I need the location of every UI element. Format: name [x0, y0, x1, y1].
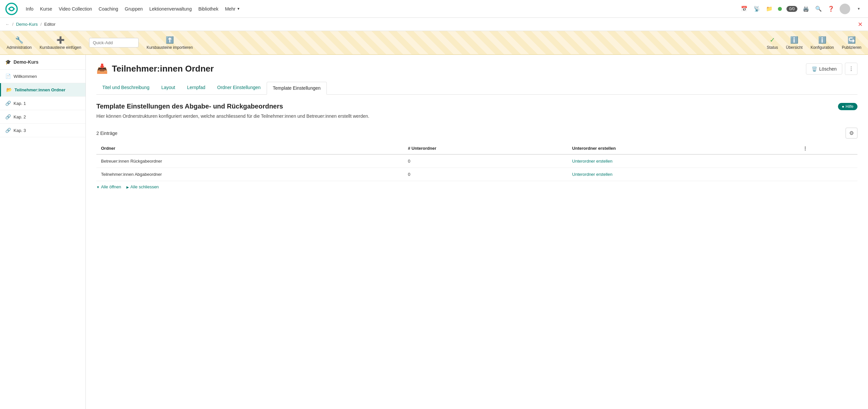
cell-more [798, 168, 858, 181]
page-header: 📥 Teilnehmer:innen Ordner 🗑️ Löschen ⋮ [96, 63, 858, 75]
collapse-all-link[interactable]: Alle schliessen [126, 184, 159, 189]
description-text: Hier können Ordnerstrukturen konfigurier… [96, 113, 858, 120]
avatar[interactable] [840, 4, 850, 14]
create-subordner-link[interactable]: Unterordner erstellen [572, 159, 613, 164]
header-actions: 🗑️ Löschen ⋮ [806, 63, 858, 75]
cell-more [798, 155, 858, 168]
check-icon: ✓ [770, 36, 775, 44]
folder-open-icon: 📂 [6, 87, 12, 92]
calendar-icon[interactable]: 📅 [740, 5, 748, 13]
tab-template-settings[interactable]: Template Einstellungen [267, 82, 327, 95]
nav-mehr[interactable]: Mehr ▼ [225, 6, 240, 11]
nav-info[interactable]: Info [26, 6, 33, 11]
help-label: Hilfe [845, 104, 854, 109]
table-settings-button[interactable]: ⚙ [845, 128, 858, 139]
col-more: ⋮ [798, 142, 858, 155]
collapse-all-label: Alle schliessen [130, 184, 159, 189]
delete-label: Löschen [819, 66, 837, 72]
config-icon: ℹ️ [818, 36, 827, 44]
tab-ordner-settings[interactable]: Ordner Einstellungen [211, 81, 267, 94]
more-options-button[interactable]: ⋮ [845, 63, 858, 75]
counter-badge: 0/0 [786, 6, 797, 12]
toolbar-add-label: Kursbausteine einfügen [40, 45, 81, 50]
info-circle-icon: ℹ️ [790, 36, 798, 44]
toolbar-admin[interactable]: 🔧 Administration [7, 36, 32, 50]
breadcrumb-course[interactable]: Demo-Kurs [16, 22, 38, 27]
toolbar-overview[interactable]: ℹ️ Übersicht [786, 36, 803, 50]
nav-lektionenverwaltung[interactable]: Lektionenverwaltung [150, 6, 192, 11]
nav-right: 📅 📡 📁 0/0 🖨️ 🔍 ❓ ▼ [740, 4, 863, 14]
main-content: 📥 Teilnehmer:innen Ordner 🗑️ Löschen ⋮ T… [86, 55, 868, 409]
sidebar-item-kap3[interactable]: 🔗 Kap. 3 [0, 124, 86, 137]
cell-ordner: Teilnehmer:innen Abgabeordner [96, 168, 403, 181]
help-button[interactable]: ● Hilfe [838, 103, 858, 110]
breadcrumb-editor: Editor [44, 22, 56, 27]
toolbar-add[interactable]: ➕ Kursbausteine einfügen [40, 36, 81, 50]
nav-gruppen[interactable]: Gruppen [125, 6, 143, 11]
tab-lernpfad[interactable]: Lernpfad [181, 81, 211, 94]
cell-action: Unterordner erstellen [568, 155, 798, 168]
section-header: Template Einstellungen des Abgabe- und R… [96, 103, 858, 110]
table-row: Betreuer:innen Rückgabeordner 0 Unterord… [96, 155, 858, 168]
toolbar-status[interactable]: ✓ Status [767, 36, 778, 50]
toolbar-publish-label: Publizieren [842, 45, 861, 50]
cell-unterordner: 0 [403, 168, 568, 181]
entries-count: 2 Einträge [96, 131, 118, 136]
help-icon[interactable]: ❓ [827, 5, 835, 13]
expand-all-link[interactable]: Alle öffnen [96, 184, 121, 189]
create-subordner-link[interactable]: Unterordner erstellen [572, 172, 613, 177]
tab-titel[interactable]: Titel und Beschreibung [96, 81, 155, 94]
nav-bibliothek[interactable]: Bibliothek [198, 6, 218, 11]
table-footer: Alle öffnen Alle schliessen [96, 184, 858, 189]
col-action: Unterordner erstellen [568, 142, 798, 155]
toolbar-overview-label: Übersicht [786, 45, 803, 50]
sidebar-item-willkommen[interactable]: 📄 Willkommen [0, 70, 86, 83]
quick-add-input[interactable] [89, 38, 138, 47]
nav-coaching[interactable]: Coaching [99, 6, 118, 11]
sidebar-course-name: Demo-Kurs [13, 59, 38, 65]
sidebar-item-kap1[interactable]: 🔗 Kap. 1 [0, 97, 86, 110]
rss-icon[interactable]: 📡 [753, 5, 761, 13]
link-icon: 🔗 [5, 101, 11, 106]
nav-video-collection[interactable]: Video Collection [59, 6, 92, 11]
section-title: Template Einstellungen des Abgabe- und R… [96, 103, 283, 110]
tabs: Titel und Beschreibung Layout Lernpfad O… [96, 81, 858, 95]
print-icon[interactable]: 🖨️ [802, 5, 810, 13]
toolbar-config[interactable]: ℹ️ Konfiguration [811, 36, 834, 50]
col-unterordner: # Unterordner [403, 142, 568, 155]
status-dot [778, 7, 782, 11]
data-table: Ordner # Unterordner Unterordner erstell… [96, 142, 858, 181]
import-icon: ⬆️ [166, 36, 174, 44]
delete-button[interactable]: 🗑️ Löschen [806, 63, 842, 74]
toolbar-admin-label: Administration [7, 45, 32, 50]
cell-action: Unterordner erstellen [568, 168, 798, 181]
account-chevron-icon[interactable]: ▼ [855, 5, 863, 13]
search-icon[interactable]: 🔍 [814, 5, 823, 13]
sidebar-item-kap2[interactable]: 🔗 Kap. 2 [0, 110, 86, 124]
logo-icon[interactable] [5, 3, 18, 15]
toolbar-config-label: Konfiguration [811, 45, 834, 50]
trash-icon: 🗑️ [812, 66, 817, 72]
back-arrow-icon[interactable]: ← [5, 22, 9, 27]
toolbar-status-label: Status [767, 45, 778, 50]
breadcrumb-bar: ← / Demo-Kurs / Editor ✕ [0, 18, 868, 31]
folder-icon[interactable]: 📁 [765, 5, 773, 13]
document-icon: 📄 [5, 74, 11, 79]
cell-unterordner: 0 [403, 155, 568, 168]
toolbar-import-label: Kursbausteine importieren [147, 45, 193, 50]
nav-kurse[interactable]: Kurse [40, 6, 52, 11]
close-icon[interactable]: ✕ [858, 21, 863, 28]
toolbar-import[interactable]: ⬆️ Kursbausteine importieren [147, 36, 193, 50]
link-icon: 🔗 [5, 114, 11, 120]
sidebar-item-tn-ordner[interactable]: 📂 Teilnehmer:innen Ordner [0, 83, 86, 97]
expand-all-label: Alle öffnen [101, 184, 121, 189]
publish-icon: ↪️ [847, 36, 856, 44]
tab-layout[interactable]: Layout [155, 81, 181, 94]
sidebar-item-label: Willkommen [13, 74, 37, 79]
page-title-text: Teilnehmer:innen Ordner [112, 64, 214, 74]
sidebar: 🎓 Demo-Kurs 📄 Willkommen 📂 Teilnehmer:in… [0, 55, 86, 409]
link-icon: 🔗 [5, 128, 11, 133]
sidebar-item-label: Kap. 3 [13, 128, 26, 133]
nav-items: Info Kurse Video Collection Coaching Gru… [26, 6, 732, 11]
toolbar-publish[interactable]: ↪️ Publizieren [842, 36, 861, 50]
